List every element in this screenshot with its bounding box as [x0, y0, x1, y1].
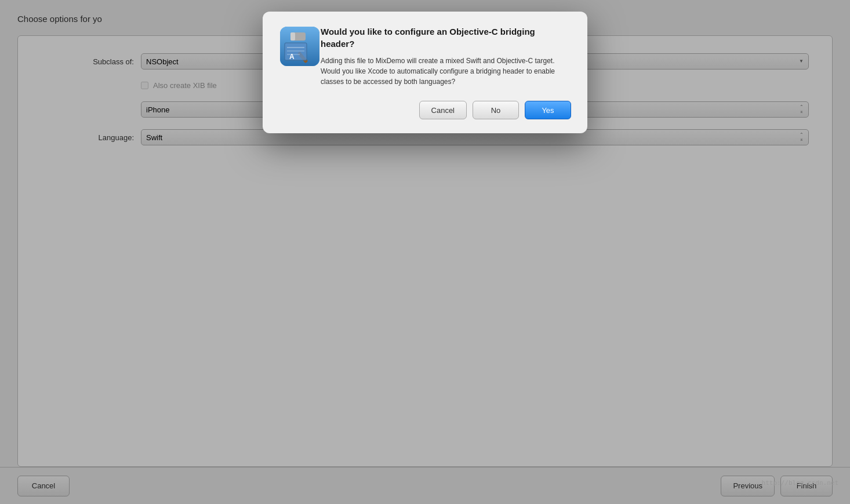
- dialog-cancel-button[interactable]: Cancel: [419, 101, 467, 119]
- dialog-header: A Would you like to configure an Objecti…: [279, 25, 571, 87]
- dialog-yes-button[interactable]: Yes: [525, 101, 571, 119]
- dialog-text-area: Would you like to configure an Objective…: [321, 25, 571, 87]
- svg-rect-5: [285, 43, 307, 60]
- dialog-title: Would you like to configure an Objective…: [321, 25, 571, 50]
- xcode-icon: A: [279, 25, 321, 67]
- dialog-overlay: A Would you like to configure an Objecti…: [0, 0, 850, 504]
- svg-text:A: A: [289, 53, 295, 61]
- main-window: Choose options for yo Subclass of: NSObj…: [0, 0, 850, 504]
- dialog: A Would you like to configure an Objecti…: [263, 12, 587, 133]
- svg-rect-4: [290, 32, 295, 41]
- dialog-message: Adding this file to MixDemo will create …: [321, 56, 571, 87]
- watermark: http://blog.csdn.net: [762, 479, 838, 487]
- dialog-buttons: Cancel No Yes: [279, 101, 571, 119]
- dialog-no-button[interactable]: No: [473, 101, 519, 119]
